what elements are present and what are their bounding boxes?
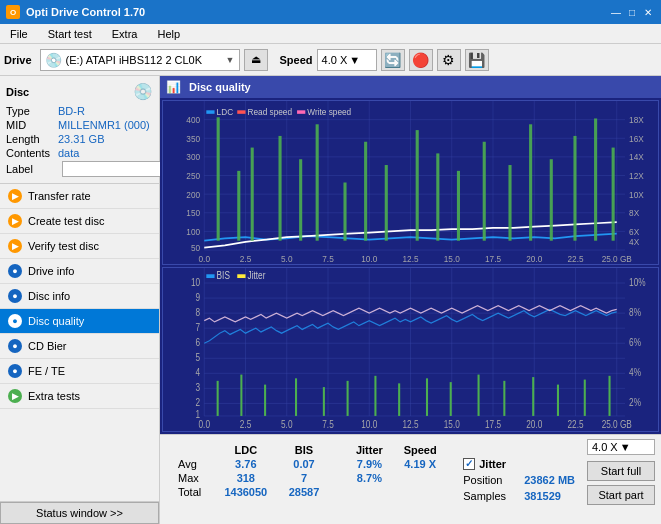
svg-text:Read speed: Read speed — [248, 107, 293, 118]
sidebar-label-disc-quality: Disc quality — [28, 315, 84, 327]
speed-arrow-icon: ▼ — [349, 54, 360, 66]
svg-rect-130 — [478, 375, 480, 416]
disc-length-label: Length — [6, 133, 58, 145]
svg-text:7.5: 7.5 — [322, 253, 334, 264]
right-panel: 📊 Disc quality — [160, 76, 661, 524]
svg-text:5.0: 5.0 — [281, 253, 293, 264]
svg-text:LDC: LDC — [217, 107, 233, 118]
speed-select-small[interactable]: 4.0 X ▼ — [587, 439, 655, 455]
svg-text:10.0: 10.0 — [361, 253, 377, 264]
sidebar-label-cd-bier: CD Bier — [28, 340, 67, 352]
avg-ldc: 3.76 — [213, 457, 278, 471]
window-controls: — □ ✕ — [609, 5, 655, 19]
svg-rect-128 — [426, 378, 428, 416]
chart1-svg: 400 350 300 250 200 150 100 50 18X 16X 1… — [163, 101, 658, 264]
verify-test-disc-icon: ▶ — [8, 239, 22, 253]
sidebar-item-verify-test-disc[interactable]: ▶ Verify test disc — [0, 234, 159, 259]
drive-selector[interactable]: 💿 (E:) ATAPI iHBS112 2 CL0K ▼ — [40, 49, 240, 71]
eject-button[interactable]: ⏏ — [244, 49, 268, 71]
svg-text:22.5: 22.5 — [567, 420, 583, 431]
svg-text:100: 100 — [186, 226, 200, 237]
menu-extra[interactable]: Extra — [106, 27, 144, 41]
jitter-position-area: ✓ Jitter Position 23862 MB Samples 38152… — [457, 435, 581, 524]
svg-text:400: 400 — [186, 115, 200, 126]
svg-rect-135 — [609, 376, 611, 416]
svg-text:6X: 6X — [629, 226, 639, 237]
max-jitter: 8.7% — [346, 471, 393, 485]
disc-mid-label: MID — [6, 119, 58, 131]
svg-text:300: 300 — [186, 152, 200, 163]
total-label: Total — [170, 485, 213, 499]
disc-panel-title: Disc — [6, 86, 29, 98]
refresh-button[interactable]: 🔄 — [381, 49, 405, 71]
jitter-check-label: Jitter — [479, 458, 506, 470]
sidebar: Disc 💿 Type BD-R MID MILLENMR1 (000) Len… — [0, 76, 160, 524]
speed-label: Speed — [280, 54, 313, 66]
svg-text:4: 4 — [196, 367, 201, 378]
svg-text:0.0: 0.0 — [199, 420, 210, 431]
svg-text:16X: 16X — [629, 133, 644, 144]
max-bis: 7 — [278, 471, 329, 485]
sidebar-label-disc-info: Disc info — [28, 290, 70, 302]
col-bis-header: BIS — [278, 443, 329, 457]
start-full-button[interactable]: Start full — [587, 461, 655, 481]
svg-text:17.5: 17.5 — [485, 253, 501, 264]
svg-text:Jitter: Jitter — [248, 271, 266, 282]
sidebar-item-cd-bier[interactable]: ● CD Bier — [0, 334, 159, 359]
svg-rect-50 — [279, 136, 282, 241]
svg-rect-54 — [364, 142, 367, 241]
svg-text:10.0: 10.0 — [361, 420, 377, 431]
sidebar-item-create-test-disc[interactable]: ▶ Create test disc — [0, 209, 159, 234]
avg-label: Avg — [170, 457, 213, 471]
svg-rect-52 — [316, 124, 319, 240]
svg-rect-131 — [503, 381, 505, 416]
svg-rect-61 — [529, 124, 532, 240]
refresh-icon: 🔄 — [384, 52, 401, 68]
svg-rect-120 — [217, 381, 219, 416]
svg-rect-123 — [295, 378, 297, 416]
svg-rect-66 — [206, 110, 214, 113]
svg-text:6: 6 — [196, 337, 201, 348]
speed-selector[interactable]: 4.0 X ▼ — [317, 49, 377, 71]
col-ldc-header: LDC — [213, 443, 278, 457]
sidebar-item-extra-tests[interactable]: ▶ Extra tests — [0, 384, 159, 409]
table-row: Avg 3.76 0.07 7.9% 4.19 X — [170, 457, 447, 471]
disc-type-label: Type — [6, 105, 58, 117]
svg-rect-134 — [584, 380, 586, 416]
sidebar-item-disc-info[interactable]: ● Disc info — [0, 284, 159, 309]
position-value: 23862 MB — [524, 474, 575, 486]
disc-info-icon: ● — [8, 289, 22, 303]
start-part-button[interactable]: Start part — [587, 485, 655, 505]
sidebar-item-disc-quality[interactable]: ● Disc quality — [0, 309, 159, 334]
minimize-button[interactable]: — — [609, 5, 623, 19]
col-speed-header: Speed — [393, 443, 447, 457]
maximize-button[interactable]: □ — [625, 5, 639, 19]
sidebar-item-transfer-rate[interactable]: ▶ Transfer rate — [0, 184, 159, 209]
burn-button[interactable]: 🔴 — [409, 49, 433, 71]
svg-text:50: 50 — [191, 243, 200, 254]
sidebar-item-drive-info[interactable]: ● Drive info — [0, 259, 159, 284]
settings-button[interactable]: ⚙ — [437, 49, 461, 71]
svg-text:15.0: 15.0 — [444, 420, 460, 431]
close-button[interactable]: ✕ — [641, 5, 655, 19]
save-button[interactable]: 💾 — [465, 49, 489, 71]
sidebar-item-fe-te[interactable]: ● FE / TE — [0, 359, 159, 384]
jitter-checkbox[interactable]: ✓ — [463, 458, 475, 470]
status-window-button[interactable]: Status window >> — [0, 502, 159, 524]
sidebar-label-create-test-disc: Create test disc — [28, 215, 104, 227]
svg-rect-59 — [483, 142, 486, 241]
svg-rect-47 — [217, 117, 220, 240]
svg-text:20.0: 20.0 — [526, 420, 542, 431]
stats-table: LDC BIS Jitter Speed Avg 3.76 0.07 7.9% — [170, 443, 447, 499]
svg-rect-55 — [385, 165, 388, 241]
transfer-rate-icon: ▶ — [8, 189, 22, 203]
sidebar-label-transfer-rate: Transfer rate — [28, 190, 91, 202]
svg-text:8%: 8% — [629, 307, 641, 318]
settings-icon: ⚙ — [442, 52, 455, 68]
drive-arrow-icon: ▼ — [226, 55, 235, 65]
menu-help[interactable]: Help — [151, 27, 186, 41]
svg-rect-63 — [573, 136, 576, 241]
save-icon: 💾 — [468, 52, 485, 68]
menu-file[interactable]: File — [4, 27, 34, 41]
menu-start-test[interactable]: Start test — [42, 27, 98, 41]
